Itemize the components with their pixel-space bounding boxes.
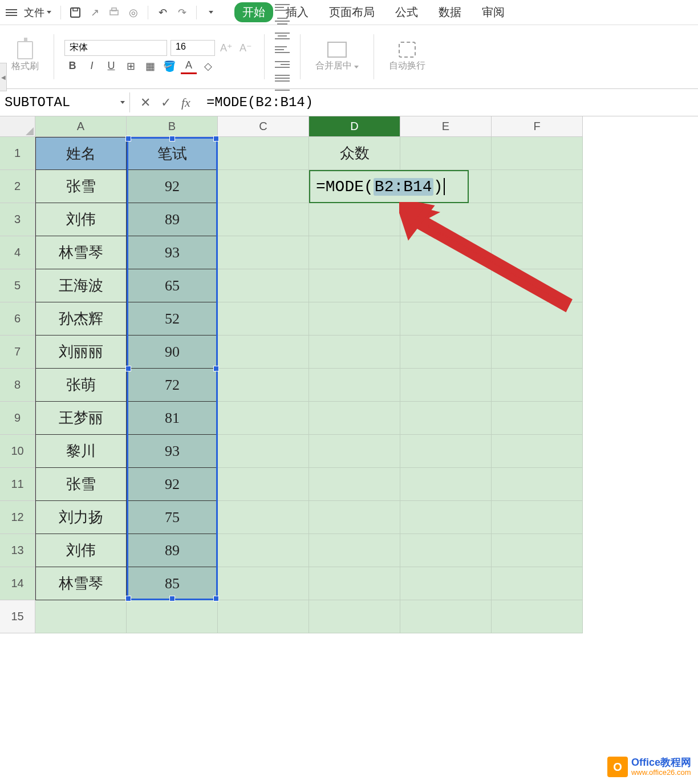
- cancel-formula-icon[interactable]: ✕: [137, 94, 154, 111]
- cell-D10[interactable]: [309, 435, 400, 468]
- cell-C11[interactable]: [218, 468, 309, 501]
- undo-icon[interactable]: ↶: [155, 5, 170, 20]
- clear-format-button[interactable]: ◇: [200, 58, 216, 74]
- cell-C12[interactable]: [218, 501, 309, 534]
- cell-D1[interactable]: 众数: [309, 137, 400, 170]
- cell-C15[interactable]: [218, 600, 309, 633]
- cell-D13[interactable]: [309, 534, 400, 567]
- tab-start[interactable]: 开始: [234, 2, 273, 22]
- print-icon[interactable]: [107, 5, 121, 20]
- cell-style-button[interactable]: ▦: [142, 58, 158, 74]
- row-header-3[interactable]: 3: [0, 203, 35, 236]
- row-header-8[interactable]: 8: [0, 369, 35, 402]
- file-menu[interactable]: 文件: [24, 6, 51, 19]
- cell-C13[interactable]: [218, 534, 309, 567]
- cell-A3[interactable]: 刘伟: [35, 203, 127, 236]
- cell-B2[interactable]: 92: [127, 170, 218, 203]
- cell-B10[interactable]: 93: [127, 435, 218, 468]
- cell-C6[interactable]: [218, 302, 309, 336]
- share-icon[interactable]: ↗: [87, 5, 102, 20]
- save-icon[interactable]: [68, 5, 83, 20]
- cell-A7[interactable]: 刘丽丽: [35, 336, 127, 369]
- formula-input[interactable]: [201, 92, 698, 112]
- cell-E9[interactable]: [400, 402, 492, 435]
- cell-E14[interactable]: [400, 567, 492, 600]
- cell-A14[interactable]: 林雪琴: [35, 567, 127, 600]
- cell-D5[interactable]: [309, 269, 400, 302]
- redo-icon[interactable]: ↷: [174, 5, 189, 20]
- row-header-11[interactable]: 11: [0, 468, 35, 501]
- row-header-14[interactable]: 14: [0, 567, 35, 600]
- cell-B13[interactable]: 89: [127, 534, 218, 567]
- cell-D8[interactable]: [309, 369, 400, 402]
- cell-E8[interactable]: [400, 369, 492, 402]
- decrease-font-icon[interactable]: A⁻: [238, 40, 254, 56]
- print-preview-icon[interactable]: ◎: [126, 5, 141, 20]
- column-header-C[interactable]: C: [218, 116, 309, 137]
- cell-B5[interactable]: 65: [127, 269, 218, 302]
- name-box-input[interactable]: [5, 95, 120, 110]
- row-header-13[interactable]: 13: [0, 534, 35, 567]
- cell-F10[interactable]: [492, 435, 583, 468]
- cell-E1[interactable]: [400, 137, 492, 170]
- column-header-A[interactable]: A: [35, 116, 127, 137]
- cell-B4[interactable]: 93: [127, 236, 218, 269]
- row-header-9[interactable]: 9: [0, 402, 35, 435]
- cell-F1[interactable]: [492, 137, 583, 170]
- cell-F7[interactable]: [492, 336, 583, 369]
- cell-F9[interactable]: [492, 402, 583, 435]
- column-header-B[interactable]: B: [127, 116, 218, 137]
- font-color-button[interactable]: A: [181, 58, 197, 74]
- cell-D15[interactable]: [309, 600, 400, 633]
- cell-F11[interactable]: [492, 468, 583, 501]
- cell-F13[interactable]: [492, 534, 583, 567]
- cell-A15[interactable]: [35, 600, 127, 633]
- cell-D11[interactable]: [309, 468, 400, 501]
- cell-A2[interactable]: 张雪: [35, 170, 127, 203]
- cell-E4[interactable]: [400, 236, 492, 269]
- cell-A13[interactable]: 刘伟: [35, 534, 127, 567]
- align-middle-icon[interactable]: [275, 15, 290, 27]
- row-header-6[interactable]: 6: [0, 302, 35, 336]
- cell-A4[interactable]: 林雪琴: [35, 236, 127, 269]
- sidebar-collapse-icon[interactable]: ◀: [0, 63, 7, 91]
- cell-F15[interactable]: [492, 600, 583, 633]
- hamburger-icon[interactable]: [6, 9, 17, 16]
- cell-D12[interactable]: [309, 501, 400, 534]
- cell-F6[interactable]: [492, 302, 583, 336]
- cell-C5[interactable]: [218, 269, 309, 302]
- cell-B6[interactable]: 52: [127, 302, 218, 336]
- cell-C3[interactable]: [218, 203, 309, 236]
- cell-A9[interactable]: 王梦丽: [35, 402, 127, 435]
- active-edit-cell[interactable]: =MODE(B2:B14): [309, 170, 469, 203]
- name-box[interactable]: [0, 92, 130, 112]
- increase-font-icon[interactable]: A⁺: [218, 40, 234, 56]
- tab-data[interactable]: 数据: [431, 2, 469, 22]
- row-header-5[interactable]: 5: [0, 269, 35, 302]
- cell-D3[interactable]: [309, 203, 400, 236]
- row-header-10[interactable]: 10: [0, 435, 35, 468]
- tab-review[interactable]: 审阅: [474, 2, 513, 22]
- cell-F5[interactable]: [492, 269, 583, 302]
- cell-A8[interactable]: 张萌: [35, 369, 127, 402]
- cell-E5[interactable]: [400, 269, 492, 302]
- decrease-indent-icon[interactable]: [275, 72, 290, 84]
- cell-F14[interactable]: [492, 567, 583, 600]
- cell-A6[interactable]: 孙杰辉: [35, 302, 127, 336]
- row-header-1[interactable]: 1: [0, 137, 35, 170]
- cell-B1[interactable]: 笔试: [127, 137, 218, 170]
- cell-C7[interactable]: [218, 336, 309, 369]
- cell-C14[interactable]: [218, 567, 309, 600]
- cell-D7[interactable]: [309, 336, 400, 369]
- cell-E7[interactable]: [400, 336, 492, 369]
- font-size-select[interactable]: 16: [171, 40, 215, 56]
- cell-C1[interactable]: [218, 137, 309, 170]
- cell-B11[interactable]: 92: [127, 468, 218, 501]
- cell-A11[interactable]: 张雪: [35, 468, 127, 501]
- cell-D14[interactable]: [309, 567, 400, 600]
- cell-E12[interactable]: [400, 501, 492, 534]
- underline-button[interactable]: U: [103, 58, 119, 74]
- font-name-select[interactable]: 宋体: [64, 40, 167, 56]
- cell-B8[interactable]: 72: [127, 369, 218, 402]
- align-center-icon[interactable]: [275, 30, 290, 42]
